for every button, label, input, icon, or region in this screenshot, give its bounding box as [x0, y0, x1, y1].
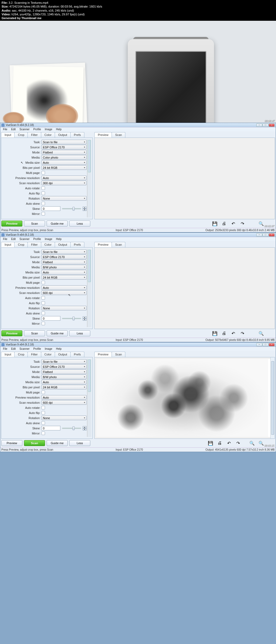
guide-button[interactable]: Guide me — [47, 330, 68, 336]
skew-input[interactable] — [42, 206, 60, 211]
menu-scanner[interactable]: Scanner — [18, 237, 31, 241]
rotate-left-icon[interactable]: ↶ — [229, 330, 237, 337]
maximize-button[interactable]: □ — [263, 343, 268, 346]
tab-color[interactable]: Color — [41, 352, 55, 357]
rotate-left-icon[interactable]: ↶ — [229, 220, 237, 227]
print-icon[interactable]: 🖨 — [220, 330, 228, 337]
rotation-dropdown[interactable]: None — [42, 196, 87, 201]
maximize-button[interactable]: □ — [263, 233, 268, 237]
close-button[interactable]: × — [269, 343, 275, 346]
tab-preview[interactable]: Preview — [94, 132, 112, 138]
scan-res-dropdown[interactable]: 600 dpi — [42, 400, 87, 405]
zoom-icon[interactable]: 🔍 — [257, 220, 265, 227]
auto-skew-checkbox[interactable] — [42, 311, 45, 315]
menu-help[interactable]: Help — [54, 237, 63, 241]
menu-edit[interactable]: Edit — [9, 237, 17, 241]
menu-profile[interactable]: Profile — [32, 128, 43, 131]
tab-filter[interactable]: Filter — [27, 352, 41, 357]
source-dropdown[interactable]: ESP Office 2170 — [42, 255, 87, 259]
minimize-button[interactable]: ─ — [256, 124, 262, 127]
preview-button[interactable]: Preview — [1, 440, 22, 446]
tab-output[interactable]: Output — [55, 132, 71, 138]
menu-file[interactable]: File — [1, 128, 9, 131]
menu-image[interactable]: Image — [43, 237, 54, 241]
task-dropdown[interactable]: Scan to file — [42, 359, 87, 364]
less-button[interactable]: Less — [69, 221, 90, 227]
guide-button[interactable]: Guide me — [47, 440, 68, 446]
close-button[interactable]: × — [269, 124, 275, 127]
maximize-button[interactable]: □ — [263, 124, 268, 127]
media-dropdown[interactable]: Color photo — [42, 155, 87, 160]
skew-slider[interactable] — [62, 318, 81, 319]
tab-scan[interactable]: Scan — [112, 352, 125, 357]
task-dropdown[interactable]: Scan to file — [42, 249, 87, 254]
skew-slider[interactable] — [62, 428, 81, 429]
zoom-out-icon[interactable]: 🔍 — [248, 440, 256, 446]
tab-scan[interactable]: Scan — [112, 132, 125, 138]
close-button[interactable]: × — [269, 233, 275, 237]
skew-input[interactable] — [42, 426, 60, 430]
menu-edit[interactable]: Edit — [9, 128, 17, 131]
media-dropdown[interactable]: B/W photo — [42, 375, 87, 379]
rotation-dropdown[interactable]: None — [42, 416, 87, 420]
settings-scrollbar[interactable] — [87, 139, 91, 217]
less-button[interactable]: Less — [69, 440, 90, 446]
auto-rotate-checkbox[interactable] — [42, 186, 45, 190]
auto-flip-checkbox[interactable] — [42, 301, 45, 305]
tab-prefs[interactable]: Prefs — [70, 132, 84, 138]
bpp-dropdown[interactable]: 24 bit RGB — [42, 275, 87, 280]
tab-scan[interactable]: Scan — [112, 242, 125, 247]
rotate-right-icon[interactable]: ↷ — [239, 330, 246, 337]
menu-image[interactable]: Image — [43, 347, 54, 351]
rotate-left-icon[interactable]: ↶ — [225, 440, 233, 446]
tab-preview[interactable]: Preview — [94, 242, 112, 247]
guide-button[interactable]: Guide me — [47, 221, 68, 227]
menu-profile[interactable]: Profile — [32, 347, 43, 351]
menu-file[interactable]: File — [1, 347, 9, 351]
auto-rotate-checkbox[interactable] — [42, 296, 45, 300]
menu-profile[interactable]: Profile — [32, 237, 43, 241]
scan-button[interactable]: Scan — [24, 440, 45, 446]
tab-input[interactable]: Input — [1, 352, 15, 357]
tab-input[interactable]: Input — [1, 132, 15, 138]
multipage-checkbox[interactable] — [42, 171, 45, 174]
menu-help[interactable]: Help — [54, 347, 63, 351]
zoom-icon[interactable]: 🔍 — [257, 330, 265, 337]
preview-res-dropdown[interactable]: Auto — [42, 176, 87, 180]
minimize-button[interactable]: ─ — [256, 343, 262, 346]
settings-scrollbar[interactable] — [87, 359, 91, 437]
mirror-checkbox[interactable] — [42, 212, 45, 215]
skew-spinner[interactable]: ▲▼ — [83, 426, 87, 430]
skew-input[interactable] — [42, 316, 60, 321]
rotate-right-icon[interactable]: ↷ — [239, 220, 246, 227]
preview-button[interactable]: Preview — [1, 330, 22, 336]
tab-output[interactable]: Output — [55, 352, 71, 357]
menu-help[interactable]: Help — [54, 128, 63, 131]
zoom-in-icon[interactable]: 🔍 — [257, 440, 265, 446]
multipage-checkbox[interactable] — [42, 390, 45, 394]
tab-crop[interactable]: Crop — [14, 132, 28, 138]
print-icon[interactable]: 🖨 — [220, 220, 228, 227]
auto-flip-checkbox[interactable] — [42, 191, 45, 195]
auto-skew-checkbox[interactable] — [42, 202, 45, 205]
media-dropdown[interactable]: B/W photo — [42, 265, 87, 269]
save-icon[interactable]: 💾 — [211, 220, 219, 227]
settings-scrollbar[interactable] — [87, 249, 91, 327]
mirror-checkbox[interactable] — [42, 322, 45, 325]
minimize-button[interactable]: ─ — [256, 233, 262, 237]
scan-button[interactable]: Scan — [24, 221, 45, 227]
titlebar[interactable]: VueScan 9 x64 (9.2.18) ─ □ × — [0, 123, 276, 127]
skew-spinner[interactable]: ▲▼ — [83, 207, 87, 211]
tab-filter[interactable]: Filter — [27, 132, 41, 138]
mode-dropdown[interactable]: Flatbed — [42, 150, 87, 155]
media-size-dropdown[interactable]: Auto — [42, 160, 87, 165]
mode-dropdown[interactable]: Flatbed — [42, 369, 87, 374]
task-dropdown[interactable]: Scan to file — [42, 140, 87, 144]
titlebar[interactable]: VueScan 9 x64 (9.2.18) ─ □ × — [0, 342, 276, 347]
mode-dropdown[interactable]: Flatbed — [42, 260, 87, 264]
tab-color[interactable]: Color — [41, 242, 55, 247]
bpp-dropdown[interactable]: 24 bit RGB — [42, 385, 87, 389]
preview-button[interactable]: Preview — [1, 221, 22, 227]
multipage-checkbox[interactable] — [42, 281, 45, 284]
auto-skew-checkbox[interactable] — [42, 421, 45, 425]
